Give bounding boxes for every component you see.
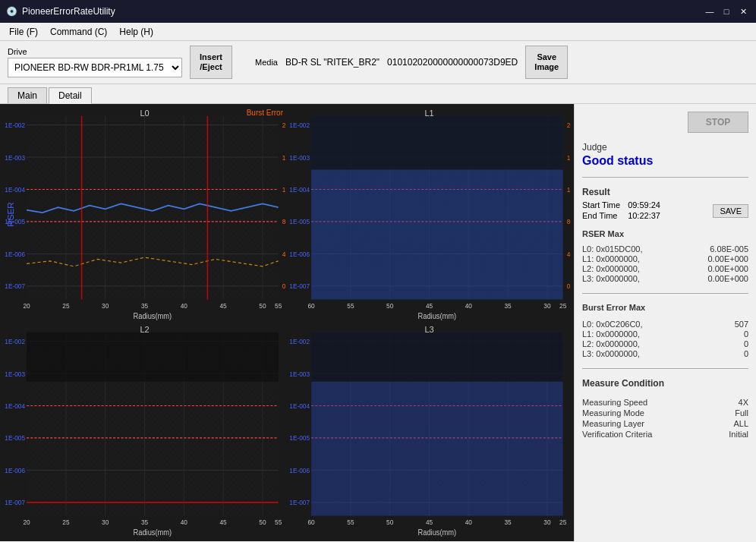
measure-row-mode: Measuring Mode Full (582, 408, 748, 418)
svg-text:1600: 1600 (567, 153, 571, 162)
svg-text:1600: 1600 (282, 153, 286, 162)
svg-text:50: 50 (259, 518, 266, 527)
svg-text:1200: 1200 (567, 186, 571, 194)
rser-val-l1: 0.00E+000 (707, 254, 748, 263)
rser-row-l3: L3: 0x0000000, 0.00E+000 (582, 274, 748, 283)
app-icon: 💿 (6, 6, 17, 17)
svg-text:0: 0 (282, 282, 286, 291)
svg-text:1E-002: 1E-002 (289, 338, 310, 346)
burst-val-l3: 0 (744, 349, 748, 358)
svg-text:35: 35 (141, 302, 148, 310)
media-id: 010102020000000000073D9ED (387, 57, 518, 68)
measure-condition-label: Measure Condition (582, 378, 748, 389)
end-time-label: End Time (582, 211, 617, 220)
chart-l0: L0 RSER 1E-002 (3, 107, 286, 322)
title-bar-text: PioneerErrorRateUtility (22, 6, 115, 17)
svg-text:1E-005: 1E-005 (5, 218, 25, 226)
measure-val-layer: ALL (733, 419, 748, 428)
measure-key-speed: Measuring Speed (582, 398, 647, 407)
stop-button[interactable]: STOP (688, 112, 748, 133)
help-menu[interactable]: Help (H) (113, 25, 159, 39)
save-image-button[interactable]: SaveImage (525, 46, 568, 79)
chart-l0-svg: RSER 1E-002 1E-003 1E-004 1E-005 (3, 107, 286, 322)
media-info: Media BD-R SL "RITEK_BR2" 01010202000000… (255, 57, 518, 68)
svg-text:800: 800 (567, 218, 571, 226)
svg-text:1E-003: 1E-003 (289, 153, 310, 162)
rser-max-label: RSER Max (582, 229, 748, 238)
tabs: Main Detail (0, 84, 756, 104)
svg-text:1E-007: 1E-007 (289, 499, 310, 507)
tab-detail[interactable]: Detail (49, 87, 92, 104)
rser-row-l0: L0: 0x015DC00, 6.08E-005 (582, 244, 748, 254)
rser-key-l1: L1: 0x0000000, (582, 254, 673, 263)
rser-key-l0: L0: 0x015DC00, (582, 244, 673, 254)
rser-table: L0: 0x015DC00, 6.08E-005 L1: 0x0000000, … (582, 244, 748, 284)
judge-label: Judge (582, 142, 748, 153)
svg-text:1E-003: 1E-003 (5, 153, 25, 162)
svg-text:1E-006: 1E-006 (289, 466, 310, 474)
svg-rect-104 (27, 332, 279, 382)
burst-val-l2: 0 (744, 339, 748, 348)
svg-text:55: 55 (275, 518, 282, 527)
svg-text:1E-002: 1E-002 (5, 121, 25, 130)
rser-row-l2: L2: 0x0000000, 0.00E+000 (582, 264, 748, 273)
title-bar-controls: — □ ✕ (703, 5, 750, 18)
svg-rect-120 (311, 332, 563, 382)
burst-row-l3: L3: 0x0000000, 0 (582, 349, 748, 358)
file-menu[interactable]: File (F) (3, 25, 44, 39)
svg-text:Radius(mm): Radius(mm) (418, 528, 457, 537)
svg-text:30: 30 (102, 302, 109, 310)
result-section: Result Start Time 09:59:24 End Time 10:2… (582, 187, 748, 222)
svg-text:25: 25 (559, 518, 566, 527)
svg-text:35: 35 (505, 518, 512, 527)
svg-text:Radius(mm): Radius(mm) (418, 312, 457, 321)
svg-text:1E-005: 1E-005 (5, 434, 25, 443)
chart-l3: L3 (288, 323, 571, 538)
svg-text:45: 45 (426, 302, 433, 310)
svg-text:50: 50 (386, 302, 393, 310)
toolbar: Drive PIONEER BD-RW BDR-PR1ML 1.75 20/10… (0, 41, 756, 84)
burst-key-l0: L0: 0x0C206C0, (582, 320, 673, 329)
svg-text:1E-005: 1E-005 (289, 434, 310, 443)
svg-text:30: 30 (102, 518, 109, 527)
menu-bar: File (F) Command (C) Help (H) (0, 23, 756, 41)
drive-label: Drive (8, 47, 182, 56)
measure-val-criteria: Initial (729, 430, 748, 439)
svg-text:30: 30 (543, 302, 550, 310)
tab-main[interactable]: Main (8, 87, 47, 103)
measure-val-speed: 4X (739, 398, 748, 407)
burst-key-l2: L2: 0x0000000, (582, 339, 673, 348)
l1-title: L1 (424, 109, 433, 118)
chart-l2: L2 (3, 323, 286, 538)
save-button[interactable]: SAVE (713, 204, 748, 218)
minimize-button[interactable]: — (703, 5, 717, 18)
burst-key-l1: L1: 0x0000000, (582, 329, 673, 339)
svg-text:40: 40 (465, 518, 472, 527)
insert-eject-button[interactable]: Insert/Eject (190, 46, 232, 79)
svg-text:1E-002: 1E-002 (5, 338, 25, 346)
drive-select[interactable]: PIONEER BD-RW BDR-PR1ML 1.75 20/10/26 (8, 58, 182, 77)
drive-group: Drive PIONEER BD-RW BDR-PR1ML 1.75 20/10… (8, 47, 182, 77)
svg-text:25: 25 (62, 302, 69, 310)
measure-val-mode: Full (735, 408, 748, 418)
rser-key-l2: L2: 0x0000000, (582, 264, 673, 273)
svg-text:0: 0 (567, 282, 571, 291)
chart-l1: L1 (288, 107, 571, 322)
start-time-value: 09:59:24 (628, 200, 660, 210)
chart-l1-svg: 1E-002 1E-003 1E-004 1E-005 1E-006 1E-00… (288, 107, 571, 322)
svg-text:400: 400 (567, 250, 571, 258)
close-button[interactable]: ✕ (736, 5, 750, 18)
svg-text:60: 60 (307, 302, 314, 310)
svg-text:Radius(mm): Radius(mm) (134, 528, 172, 537)
l2-title: L2 (140, 325, 149, 334)
svg-text:1E-006: 1E-006 (289, 250, 310, 258)
svg-text:Radius(mm): Radius(mm) (134, 312, 172, 321)
maximize-button[interactable]: □ (720, 5, 733, 18)
rser-val-l0: 6.08E-005 (710, 244, 748, 254)
title-bar: 💿 PioneerErrorRateUtility — □ ✕ (0, 0, 756, 23)
media-label: Media (255, 58, 278, 67)
command-menu[interactable]: Command (C) (44, 25, 113, 39)
svg-text:55: 55 (275, 302, 282, 310)
burst-table: L0: 0x0C206C0, 507 L1: 0x0000000, 0 L2: … (582, 320, 748, 359)
result-label: Result (582, 187, 748, 197)
